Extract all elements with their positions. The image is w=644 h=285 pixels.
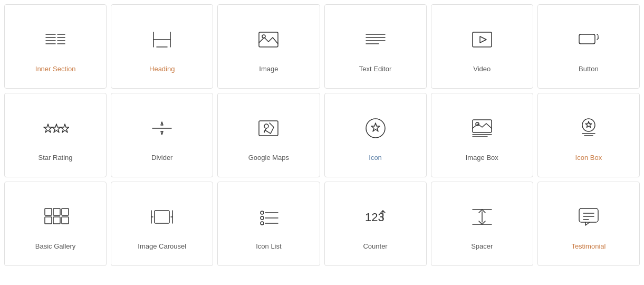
icon-box-icon bbox=[575, 111, 602, 145]
widget-label-image-carousel: Image Carousel bbox=[138, 242, 186, 251]
widget-label-icon-box: Icon Box bbox=[575, 154, 602, 163]
testimonial-icon bbox=[575, 200, 602, 234]
widget-label-image: Image bbox=[259, 65, 278, 74]
widget-label-counter: Counter bbox=[363, 242, 387, 251]
widget-card-star-rating[interactable]: Star Rating bbox=[4, 93, 107, 177]
star-rating-icon bbox=[42, 111, 69, 145]
image-icon bbox=[255, 23, 282, 56]
svg-rect-41 bbox=[53, 208, 60, 215]
text-editor-icon bbox=[362, 23, 389, 56]
widget-label-basic-gallery: Basic Gallery bbox=[35, 242, 76, 251]
widget-card-image-box[interactable]: Image Box bbox=[431, 93, 533, 177]
widget-card-google-maps[interactable]: Google Maps bbox=[217, 93, 320, 177]
svg-marker-22 bbox=[44, 124, 52, 132]
widget-grid: Inner Section Heading Image Text Editor … bbox=[4, 4, 640, 266]
icon-list-icon bbox=[255, 200, 282, 234]
button-icon bbox=[575, 23, 602, 56]
image-carousel-icon bbox=[148, 200, 176, 234]
widget-card-counter[interactable]: 123 Counter bbox=[324, 182, 427, 266]
widget-label-inner-section: Inner Section bbox=[35, 65, 76, 74]
svg-rect-18 bbox=[473, 32, 492, 47]
widget-card-button[interactable]: Button bbox=[537, 4, 640, 89]
divider-icon bbox=[148, 111, 176, 145]
icon-icon bbox=[362, 111, 389, 145]
svg-rect-45 bbox=[62, 217, 69, 224]
video-icon bbox=[468, 23, 496, 56]
widget-card-inner-section[interactable]: Inner Section bbox=[4, 4, 107, 89]
svg-marker-26 bbox=[161, 122, 163, 125]
widget-label-testimonial: Testimonial bbox=[571, 242, 605, 251]
svg-rect-46 bbox=[155, 211, 169, 223]
svg-rect-43 bbox=[45, 217, 52, 224]
image-box-icon bbox=[468, 111, 496, 145]
widget-label-star-rating: Star Rating bbox=[39, 154, 73, 163]
svg-marker-19 bbox=[480, 36, 486, 43]
svg-marker-24 bbox=[61, 124, 69, 132]
widget-card-divider[interactable]: Divider bbox=[111, 93, 213, 177]
svg-marker-37 bbox=[585, 121, 592, 128]
widget-label-google-maps: Google Maps bbox=[248, 154, 289, 163]
svg-point-36 bbox=[582, 119, 595, 131]
widget-label-icon: Icon bbox=[369, 154, 382, 163]
widget-card-heading[interactable]: Heading bbox=[111, 4, 213, 89]
svg-rect-42 bbox=[62, 208, 69, 215]
svg-point-30 bbox=[366, 119, 385, 138]
widget-card-video[interactable]: Video bbox=[431, 4, 533, 89]
widget-card-text-editor[interactable]: Text Editor bbox=[324, 4, 427, 89]
widget-card-icon-list[interactable]: Icon List bbox=[217, 182, 320, 266]
widget-label-spacer: Spacer bbox=[471, 242, 493, 251]
widget-label-divider: Divider bbox=[151, 154, 172, 163]
svg-point-49 bbox=[261, 211, 264, 214]
basic-gallery-icon bbox=[42, 200, 69, 234]
widget-label-heading: Heading bbox=[149, 65, 175, 74]
counter-icon: 123 bbox=[362, 200, 389, 234]
svg-rect-60 bbox=[579, 208, 598, 222]
widget-card-image[interactable]: Image bbox=[217, 4, 320, 89]
widget-card-testimonial[interactable]: Testimonial bbox=[537, 182, 640, 266]
widget-card-basic-gallery[interactable]: Basic Gallery bbox=[4, 182, 107, 266]
spacer-icon bbox=[468, 200, 496, 234]
heading-icon bbox=[148, 23, 176, 56]
svg-point-53 bbox=[261, 222, 264, 225]
svg-point-51 bbox=[261, 216, 264, 220]
widget-label-icon-list: Icon List bbox=[256, 242, 281, 251]
widget-label-button: Button bbox=[579, 65, 599, 74]
svg-rect-44 bbox=[53, 217, 60, 224]
svg-marker-27 bbox=[161, 131, 163, 135]
widget-label-video: Video bbox=[473, 65, 491, 74]
svg-rect-28 bbox=[259, 121, 278, 136]
widget-card-image-carousel[interactable]: Image Carousel bbox=[111, 182, 213, 266]
widget-card-spacer[interactable]: Spacer bbox=[431, 182, 533, 266]
widget-card-icon-box[interactable]: Icon Box bbox=[537, 93, 640, 177]
svg-marker-23 bbox=[52, 124, 61, 132]
svg-rect-20 bbox=[579, 34, 595, 44]
widget-label-text-editor: Text Editor bbox=[359, 65, 391, 74]
widget-label-image-box: Image Box bbox=[466, 154, 498, 163]
svg-point-29 bbox=[264, 124, 268, 128]
svg-marker-31 bbox=[371, 123, 380, 131]
widget-card-icon[interactable]: Icon bbox=[324, 93, 427, 177]
inner-section-icon bbox=[42, 23, 69, 56]
svg-rect-40 bbox=[45, 208, 52, 215]
google-maps-icon bbox=[255, 111, 282, 145]
